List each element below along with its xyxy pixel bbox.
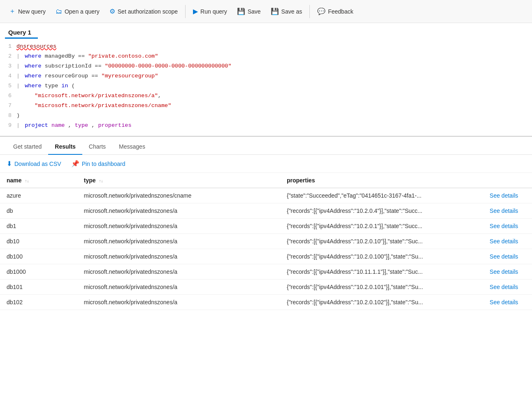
set-auth-label: Set authorization scope <box>118 8 178 15</box>
code-line-7: 7 "microsoft.network/privatednszones/cna… <box>0 101 532 111</box>
tab-get-started[interactable]: Get started <box>7 140 48 155</box>
plus-icon: ＋ <box>9 7 16 16</box>
cell-properties: {"records":[{"ipv4Address":"10.2.0.4"}],… <box>280 203 483 219</box>
save-as-button[interactable]: 💾 Save as <box>267 5 307 18</box>
code-line-9: 9 | project name , type , properties <box>0 121 532 131</box>
cell-name: db102 <box>0 295 77 310</box>
line-num-2: 2 <box>0 52 16 61</box>
feedback-icon: 💬 <box>317 7 325 15</box>
cell-name: db1 <box>0 219 77 234</box>
cell-name: db1000 <box>0 264 77 280</box>
pin-dashboard-button[interactable]: 📌 Pin to dashboard <box>71 160 125 168</box>
see-details-link[interactable]: See details <box>490 284 518 290</box>
run-query-label: Run query <box>200 8 227 15</box>
new-query-button[interactable]: ＋ New query <box>5 5 50 18</box>
cell-type: microsoft.network/privatednszones/a <box>77 280 280 295</box>
download-icon: ⬇ <box>7 160 12 168</box>
cell-type: microsoft.network/privatednszones/a <box>77 203 280 219</box>
table-row: azuremicrosoft.network/privatednszones/c… <box>0 188 532 203</box>
feedback-label: Feedback <box>328 8 353 15</box>
code-line-4: 4 | where resourceGroup == "myresourcegr… <box>0 72 532 82</box>
cell-properties: {"state":"Succeeded","eTag":"0414651c-31… <box>280 188 483 203</box>
set-auth-button[interactable]: ⚙ Set authorization scope <box>105 5 182 18</box>
cell-name: db10 <box>0 234 77 249</box>
tab-messages[interactable]: Messages <box>112 140 152 155</box>
see-details-link[interactable]: See details <box>490 238 518 245</box>
sort-icon-type: ↑↓ <box>99 179 103 183</box>
open-query-button[interactable]: 🗂 Open a query <box>51 5 104 18</box>
line-num-3: 3 <box>0 62 16 71</box>
cell-see-details[interactable]: See details <box>483 264 532 280</box>
cell-properties: {"records":[{"ipv4Address":"10.2.0.102"}… <box>280 295 483 310</box>
table-row: db101microsoft.network/privatednszones/a… <box>0 280 532 295</box>
table-header-row: name ↑↓ type ↑↓ properties <box>0 173 532 188</box>
toolbar: ＋ New query 🗂 Open a query ⚙ Set authori… <box>0 0 532 23</box>
table-row: db100microsoft.network/privatednszones/a… <box>0 249 532 264</box>
actions-bar: ⬇ Download as CSV 📌 Pin to dashboard <box>0 155 532 173</box>
save-button[interactable]: 💾 Save <box>233 5 265 18</box>
tab-results[interactable]: Results <box>48 140 82 155</box>
table-row: db1000microsoft.network/privatednszones/… <box>0 264 532 280</box>
col-header-name[interactable]: name ↑↓ <box>0 173 77 188</box>
code-line-8: 8 ) <box>0 111 532 121</box>
new-query-label: New query <box>18 8 46 15</box>
cell-see-details[interactable]: See details <box>483 219 532 234</box>
code-line-1: 1 dnsresources <box>0 42 532 52</box>
see-details-link[interactable]: See details <box>490 208 518 214</box>
cell-properties: {"records":[{"ipv4Address":"10.11.1.1"}]… <box>280 264 483 280</box>
cell-see-details[interactable]: See details <box>483 234 532 249</box>
cell-see-details[interactable]: See details <box>483 188 532 203</box>
cell-name: db <box>0 203 77 219</box>
col-header-type[interactable]: type ↑↓ <box>77 173 280 188</box>
cell-type: microsoft.network/privatednszones/a <box>77 295 280 310</box>
cell-name: azure <box>0 188 77 203</box>
see-details-link[interactable]: See details <box>490 268 518 275</box>
line-num-1: 1 <box>0 42 16 51</box>
results-table: name ↑↓ type ↑↓ properties azuremicrosof… <box>0 173 532 310</box>
table-row: db102microsoft.network/privatednszones/a… <box>0 295 532 310</box>
line-num-7: 7 <box>0 101 16 111</box>
see-details-link[interactable]: See details <box>490 299 518 305</box>
save-as-icon: 💾 <box>271 7 279 15</box>
query-title: Query 1 <box>5 26 38 39</box>
see-details-link[interactable]: See details <box>490 192 518 199</box>
cell-see-details[interactable]: See details <box>483 295 532 310</box>
run-query-button[interactable]: ▶ Run query <box>189 5 231 18</box>
cell-type: microsoft.network/privatednszones/a <box>77 234 280 249</box>
cell-properties: {"records":[{"ipv4Address":"10.2.0.1"}],… <box>280 219 483 234</box>
download-csv-label: Download as CSV <box>14 161 61 167</box>
tab-charts[interactable]: Charts <box>82 140 112 155</box>
separator-1 <box>185 5 186 18</box>
main-container: ＋ New query 🗂 Open a query ⚙ Set authori… <box>0 0 532 415</box>
cell-properties: {"records":[{"ipv4Address":"10.2.0.100"}… <box>280 249 483 264</box>
code-line-3: 3 | where subscriptionId == "00000000-00… <box>0 62 532 72</box>
feedback-button[interactable]: 💬 Feedback <box>313 5 357 18</box>
cell-name: db101 <box>0 280 77 295</box>
col-header-properties: properties <box>280 173 483 188</box>
line-num-9: 9 <box>0 121 16 131</box>
cell-properties: {"records":[{"ipv4Address":"10.2.0.101"}… <box>280 280 483 295</box>
code-line-5: 5 | where type in ( <box>0 82 532 91</box>
download-csv-button[interactable]: ⬇ Download as CSV <box>7 160 61 168</box>
cell-type: microsoft.network/privatednszones/a <box>77 249 280 264</box>
cell-type: microsoft.network/privatednszones/cname <box>77 188 280 203</box>
cell-type: microsoft.network/privatednszones/a <box>77 219 280 234</box>
line-num-8: 8 <box>0 111 16 121</box>
sort-icon-name: ↑↓ <box>25 179 29 183</box>
code-line-6: 6 "microsoft.network/privatednszones/a", <box>0 91 532 101</box>
see-details-link[interactable]: See details <box>490 253 518 260</box>
line-num-6: 6 <box>0 91 16 101</box>
table-row: dbmicrosoft.network/privatednszones/a{"r… <box>0 203 532 219</box>
save-icon: 💾 <box>237 7 245 15</box>
cell-see-details[interactable]: See details <box>483 249 532 264</box>
see-details-link[interactable]: See details <box>490 223 518 229</box>
table-wrapper: name ↑↓ type ↑↓ properties azuremicrosof… <box>0 173 532 415</box>
play-icon: ▶ <box>193 7 198 15</box>
separator-2 <box>309 5 310 18</box>
editor-section: Query 1 1 dnsresources 2 | where managed… <box>0 23 532 137</box>
line-num-4: 4 <box>0 72 16 81</box>
cell-see-details[interactable]: See details <box>483 203 532 219</box>
cell-name: db100 <box>0 249 77 264</box>
code-editor[interactable]: 1 dnsresources 2 | where managedBy == "p… <box>0 39 532 136</box>
cell-see-details[interactable]: See details <box>483 280 532 295</box>
